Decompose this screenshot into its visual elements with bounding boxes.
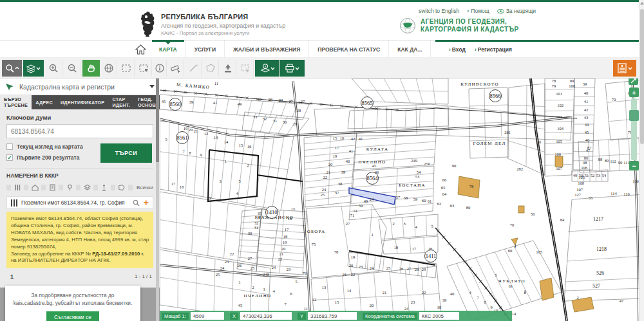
search-tab-1[interactable]: АДРЕС <box>32 95 57 109</box>
zoom-out-button-map[interactable]: − <box>629 161 639 170</box>
select-button[interactable] <box>168 60 184 77</box>
sidebar-scrollbar[interactable] <box>156 78 159 321</box>
info-button[interactable] <box>153 60 167 77</box>
parcel-number: 76 <box>303 271 307 275</box>
filter-all-link[interactable]: Всички <box>137 185 153 190</box>
parcel-number: 27 <box>301 99 305 104</box>
extent-button[interactable] <box>136 60 152 77</box>
nav-tab-0[interactable]: КАРТА <box>151 41 186 58</box>
zoom-slider-track[interactable] <box>631 98 637 160</box>
massif-number: 8566 <box>490 93 501 99</box>
filter-pole-icon[interactable] <box>100 183 108 192</box>
parcel-number: 25 <box>216 272 220 277</box>
panel-title: Кадастрална карта и регистри <box>19 83 144 91</box>
agency-logo[interactable]: АГЕНЦИЯ ПО ГЕОДЕЗИЯ, КАРТОГРАФИЯ И КАДАС… <box>399 17 519 34</box>
filter-layers-icon[interactable] <box>83 183 91 192</box>
y-coordinate-input[interactable] <box>308 312 357 320</box>
page-number[interactable]: 1 <box>10 273 14 280</box>
identify-dropdown[interactable] <box>255 60 279 77</box>
x-coordinate-input[interactable] <box>240 312 292 320</box>
home-icon[interactable] <box>135 44 146 55</box>
export-button[interactable] <box>220 60 236 77</box>
help-link[interactable]: ›Помощ <box>467 8 489 14</box>
parcel-number: 16 <box>340 136 345 140</box>
parcel-number: 27 <box>346 221 350 226</box>
zoom-out-button[interactable] <box>64 60 81 77</box>
add-result-icon[interactable]: + <box>144 199 149 206</box>
parcel-number: 108 <box>578 181 584 185</box>
switch-to-english-link[interactable]: switch to English <box>419 8 459 14</box>
overview-button[interactable] <box>101 60 117 77</box>
panel-header[interactable]: Кадастрална карта и регистри <box>0 78 160 95</box>
results-header: НАМЕРЕНИ В КККР <box>6 168 153 179</box>
filter-building-icon[interactable] <box>48 183 56 192</box>
keywords-input[interactable] <box>6 124 153 138</box>
parcel-line <box>501 112 502 136</box>
parcel-line <box>367 205 372 271</box>
zoom-slider-handle[interactable] <box>629 110 639 121</box>
first-200-checkbox[interactable]: ✓ Първите 200 резултата <box>6 154 100 161</box>
parcel-number: 14 <box>224 140 229 144</box>
page-scrollbar[interactable] <box>639 0 644 321</box>
parcel-number: 8 <box>484 300 486 304</box>
filter-pin-icon[interactable] <box>66 183 73 192</box>
rect-dash-icon <box>121 63 131 74</box>
parcel-line <box>225 99 229 114</box>
mobile-menu-button[interactable] <box>613 60 636 77</box>
measure-area-button[interactable] <box>203 60 219 77</box>
parcel-number: 18 <box>394 245 399 250</box>
crs-input[interactable] <box>419 312 459 320</box>
zoom-in-button-map[interactable]: + <box>629 87 639 97</box>
zoom-in-button[interactable] <box>45 60 62 77</box>
filter-house-icon[interactable] <box>31 183 39 192</box>
agency-subtitle: Агенция по геодезия, картография и кадас… <box>161 23 285 29</box>
upload-icon <box>223 63 233 74</box>
layers-button[interactable] <box>23 60 44 77</box>
scrollbar-thumb[interactable] <box>640 9 644 144</box>
print-dropdown[interactable] <box>280 60 305 77</box>
search-tab-2[interactable]: ИДЕНТИФИКАТОР <box>57 95 109 109</box>
search-tool-button[interactable] <box>2 60 22 77</box>
pan-button[interactable] <box>82 60 100 77</box>
nav-tab-3[interactable]: ПРОВЕРКА НА СТАТУС <box>309 41 389 58</box>
parcel-line <box>469 122 508 124</box>
parcel-number: 26 <box>399 266 404 271</box>
filter-polygon-icon[interactable] <box>118 183 126 192</box>
parcel-number: 25 <box>289 98 294 103</box>
zoom-rect-button[interactable] <box>118 60 135 77</box>
parcel-number: 21 <box>194 129 198 133</box>
parcel-number: 38 <box>437 305 442 309</box>
result-list-item[interactable]: Поземлен имот 68134.8564.74, гр. София + <box>6 196 153 209</box>
scale-input[interactable] <box>191 312 224 320</box>
parcel-number: 31 <box>254 225 259 230</box>
identify-caret-icon <box>260 63 275 74</box>
nav-tab-4[interactable]: КАК ДА... <box>389 41 431 58</box>
nav-tab-2[interactable]: ЖАЛБИ И ВЪЗРАЖЕНИЯ <box>225 41 309 58</box>
zoom-in-icon <box>48 63 59 74</box>
nav-tab-1[interactable]: УСЛУГИ <box>186 41 225 58</box>
result-pagination: 1 1 - 1 / 1 <box>6 268 153 285</box>
accessibility-link[interactable]: За незрящи <box>497 8 536 14</box>
search-tab-0[interactable]: БЪРЗО ТЪРСЕНЕ <box>0 95 32 109</box>
current-view-checkbox[interactable]: Текущ изглед на картата <box>6 143 100 150</box>
search-tab-3[interactable]: СТАР ИДЕНТ. <box>108 95 133 109</box>
accept-cookies-button[interactable]: Съгласявам се <box>46 311 99 321</box>
login-link[interactable]: ›Вход <box>449 46 466 53</box>
measure-length-button[interactable] <box>185 60 202 77</box>
selected-parcel[interactable] <box>349 188 395 205</box>
cadastral-map[interactable]: 2411453941494723242527283332313029192021… <box>160 78 644 321</box>
parcel-number: 105 <box>578 175 585 179</box>
parcel-number: 54 <box>417 170 421 174</box>
search-button[interactable]: ТЪРСИ <box>100 143 152 163</box>
parcel-number: 20 <box>281 246 286 251</box>
chevron-icon: › <box>475 46 477 53</box>
map-toolbar <box>0 58 644 78</box>
select-area-button[interactable] <box>238 60 254 77</box>
fullscreen-button[interactable] <box>629 78 638 85</box>
zoom-to-result-icon[interactable] <box>133 199 140 206</box>
filter-barcode-icon[interactable] <box>14 183 21 192</box>
register-link[interactable]: ›Регистрация <box>475 46 512 53</box>
parcel-line <box>392 258 393 272</box>
parcel-number: 12 <box>312 297 317 302</box>
filter-badge <box>6 185 11 190</box>
